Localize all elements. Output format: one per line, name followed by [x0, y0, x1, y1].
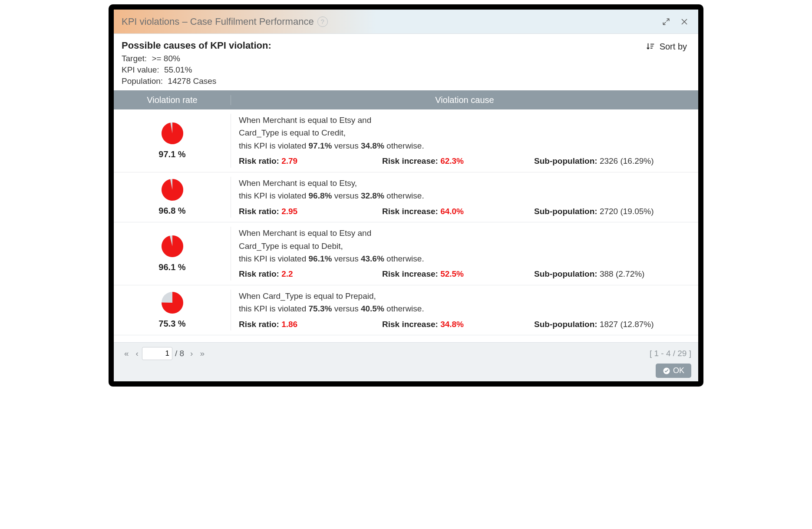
- violation-rate-value: 96.1 %: [158, 262, 185, 272]
- ok-button[interactable]: OK: [656, 364, 691, 378]
- table-header: Violation rate Violation cause: [114, 90, 698, 109]
- pager-next-icon[interactable]: ›: [187, 349, 196, 358]
- table-row[interactable]: 96.8 % When Merchant is equal to Etsy, t…: [114, 172, 698, 222]
- pager-page-input[interactable]: [142, 347, 172, 360]
- pager-last-icon[interactable]: »: [196, 349, 208, 358]
- cause-metrics: Risk ratio: 2.79 Risk increase: 62.3% Su…: [239, 155, 690, 167]
- sort-by-button[interactable]: Sort by: [642, 40, 690, 53]
- violation-rate-value: 75.3 %: [158, 319, 185, 329]
- table-row[interactable]: 96.1 % When Merchant is equal to Etsy an…: [114, 222, 698, 285]
- titlebar: KPI violations – Case Fulfilment Perform…: [114, 10, 698, 34]
- cause-conditions: When Card_Type is equal to Prepaid, this…: [239, 290, 690, 315]
- cell-violation-rate: 75.3 %: [114, 290, 231, 331]
- violation-rate-value: 97.1 %: [158, 149, 185, 159]
- sort-icon: [646, 42, 655, 52]
- check-circle-icon: [663, 367, 670, 375]
- cause-conditions: When Merchant is equal to Etsy, this KPI…: [239, 177, 690, 202]
- pager-prev-icon[interactable]: ‹: [132, 349, 142, 358]
- pie-chart-icon: [161, 235, 184, 258]
- cause-conditions: When Merchant is equal to Etsy andCard_T…: [239, 114, 690, 152]
- pager-of: / 8: [175, 349, 184, 358]
- cause-conditions: When Merchant is equal to Etsy andCard_T…: [239, 227, 690, 265]
- th-violation-cause: Violation cause: [231, 95, 698, 105]
- cause-metrics: Risk ratio: 2.2 Risk increase: 52.5% Sub…: [239, 268, 690, 280]
- summary-population: Population: 14278 Cases: [122, 76, 642, 86]
- summary-heading: Possible causes of KPI violation:: [122, 40, 642, 51]
- pie-chart-icon: [161, 122, 184, 145]
- cell-violation-rate: 96.1 %: [114, 227, 231, 281]
- pager-range: [ 1 - 4 / 29 ]: [650, 349, 691, 358]
- cell-violation-cause: When Card_Type is equal to Prepaid, this…: [231, 290, 698, 331]
- summary-kpi-value: KPI value: 55.01%: [122, 65, 642, 75]
- help-icon[interactable]: ?: [317, 17, 328, 27]
- table-row[interactable]: 97.1 % When Merchant is equal to Etsy an…: [114, 109, 698, 172]
- summary-block: Possible causes of KPI violation: Target…: [114, 34, 698, 90]
- pager: « ‹ / 8 › » [ 1 - 4 / 29 ]: [121, 347, 691, 360]
- table-row[interactable]: 75.3 % When Card_Type is equal to Prepai…: [114, 285, 698, 335]
- table-body: 97.1 % When Merchant is equal to Etsy an…: [114, 109, 698, 342]
- close-icon[interactable]: [678, 16, 690, 28]
- expand-icon[interactable]: [660, 16, 672, 28]
- dialog-kpi-violations: KPI violations – Case Fulfilment Perform…: [109, 4, 703, 387]
- pager-first-icon[interactable]: «: [121, 349, 132, 358]
- cause-metrics: Risk ratio: 1.86 Risk increase: 34.8% Su…: [239, 318, 690, 331]
- pie-chart-icon: [161, 178, 184, 202]
- cell-violation-cause: When Merchant is equal to Etsy andCard_T…: [231, 114, 698, 168]
- cause-metrics: Risk ratio: 2.95 Risk increase: 64.0% Su…: [239, 205, 690, 218]
- pie-chart-icon: [161, 291, 184, 314]
- dialog-title: KPI violations – Case Fulfilment Perform…: [122, 16, 314, 27]
- summary-target: Target: >= 80%: [122, 54, 642, 63]
- cell-violation-cause: When Merchant is equal to Etsy andCard_T…: [231, 227, 698, 281]
- violation-rate-value: 96.8 %: [158, 206, 185, 216]
- th-violation-rate: Violation rate: [114, 95, 231, 105]
- cell-violation-cause: When Merchant is equal to Etsy, this KPI…: [231, 177, 698, 218]
- footer: « ‹ / 8 › » [ 1 - 4 / 29 ] OK: [114, 342, 698, 381]
- cell-violation-rate: 97.1 %: [114, 114, 231, 168]
- cell-violation-rate: 96.8 %: [114, 177, 231, 218]
